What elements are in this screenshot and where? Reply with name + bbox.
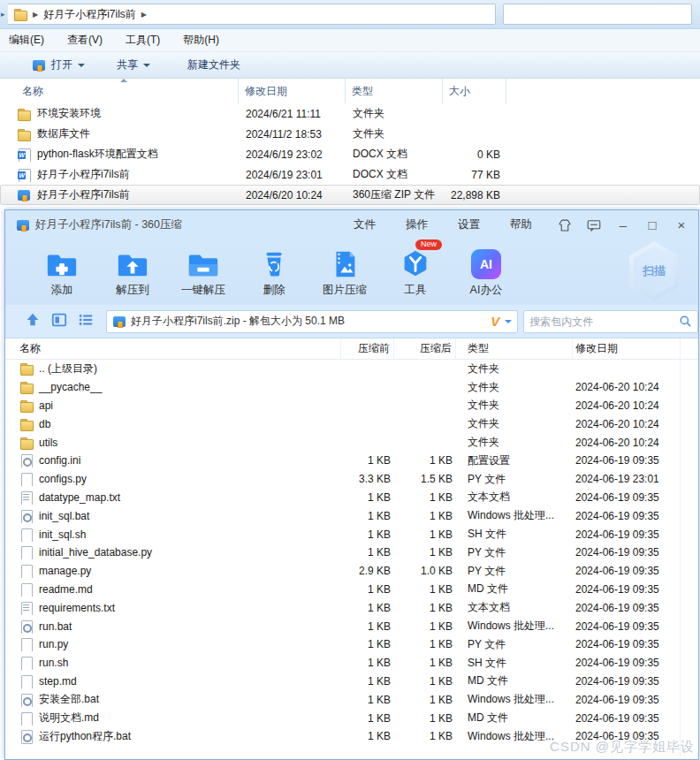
explorer-file-row[interactable]: 好月子小程序i7ils前 2024/6/19 23:01 DOCX 文档 77 … <box>0 164 700 185</box>
archive-file-row[interactable]: 安装全部.bat 1 KB 1 KB Windows 批处理... 2024-0… <box>5 690 698 709</box>
archive-file-row[interactable]: utils 文件夹 2024-06-20 10:24 <box>5 433 698 452</box>
image-file-icon <box>327 247 362 282</box>
archive-path-text: 好月子小程序i7ils前.zip - 解包大小为 50.1 MB <box>131 314 487 329</box>
menu-help[interactable]: 帮助 <box>510 217 532 232</box>
size-after: 1 KB <box>394 694 456 706</box>
extract-to-button[interactable]: 解压到 <box>101 239 164 298</box>
explorer-file-row[interactable]: 好月子小程序i7ils前 2024/6/20 10:24 360压缩 ZIP 文… <box>0 185 700 205</box>
size-before: 1 KB <box>341 657 394 669</box>
share-button-label: 共享 <box>117 57 138 72</box>
open-button[interactable]: 打开 <box>25 54 92 76</box>
explorer-search-input[interactable] <box>503 4 692 25</box>
column-header-date[interactable]: 修改日期 <box>573 338 700 359</box>
chevron-down-icon[interactable] <box>505 320 512 323</box>
explorer-window: ▸ ▶ 好月子小程序i7ils前 ▶ 编辑(E) 查看(V) 工具(T) 帮助(… <box>0 0 700 209</box>
archive-file-row[interactable]: step.md 1 KB 1 KB MD 文件 2024-06-19 09:35 <box>5 673 698 691</box>
close-button[interactable]: × <box>673 217 689 233</box>
file-type: 360压缩 ZIP 文件 <box>346 187 444 202</box>
file-type: PY 文件 <box>456 637 573 652</box>
archive-search-box[interactable] <box>523 310 698 333</box>
archive-file-row[interactable]: 说明文档.md 1 KB 1 KB MD 文件 2024-06-19 09:35 <box>5 709 698 727</box>
explorer-file-row[interactable]: python-flask环境配置文档 2024/6/19 23:02 DOCX … <box>0 144 700 164</box>
file-name: initial_hive_database.py <box>39 546 152 559</box>
column-header-type[interactable]: 类型 <box>346 79 443 103</box>
archive-file-row[interactable]: init_sql.bat 1 KB 1 KB Windows 批处理... 20… <box>5 506 698 525</box>
archive-file-row[interactable]: readme.md 1 KB 1 KB MD 文件 2024-06-19 09:… <box>5 581 698 599</box>
one-key-extract-button[interactable]: 一键解压 <box>171 239 235 298</box>
archive-file-row[interactable]: __pycache__ 文件夹 2024-06-20 10:24 <box>5 378 698 397</box>
menu-view[interactable]: 查看(V) <box>60 30 110 50</box>
explorer-file-row[interactable]: 环境安装环境 2024/6/21 11:11 文件夹 <box>0 103 700 124</box>
archive-file-row[interactable]: requirements.txt 1 KB 1 KB 文本文档 2024-06-… <box>5 598 698 617</box>
file-type-icon <box>19 619 34 634</box>
size-after: 1 KB <box>394 730 456 742</box>
size-before: 1 KB <box>341 546 394 559</box>
image-compress-button[interactable]: 图片压缩 <box>313 239 377 298</box>
size-after: 1 KB <box>394 675 456 688</box>
360zip-address-bar: 好月子小程序i7ils前.zip - 解包大小为 50.1 MB V <box>5 305 698 338</box>
file-type-icon <box>19 417 34 431</box>
size-after: 1 KB <box>394 491 456 504</box>
share-button[interactable]: 共享 <box>110 54 157 76</box>
size-before: 1 KB <box>341 583 394 596</box>
archive-file-row[interactable]: run.bat 1 KB 1 KB Windows 批处理... 2024-06… <box>5 617 698 635</box>
back-arrow-icon[interactable]: ▸ <box>1 10 8 19</box>
column-header-type[interactable]: 类型 <box>456 338 573 359</box>
watermark: CSDN @见字学姐毕设 <box>550 739 695 756</box>
archive-file-row[interactable]: .. (上级目录) 文件夹 <box>5 360 698 378</box>
ai-office-button[interactable]: AI AI办公 <box>454 239 518 298</box>
archive-file-list: 名称 压缩前 压缩后 类型 修改日期 .. (上级目录) 文件夹 <box>5 338 698 757</box>
one-key-extract-label: 一键解压 <box>181 283 225 298</box>
file-date: 2024-06-19 09:35 <box>573 546 700 559</box>
column-header-after[interactable]: 压缩后 <box>394 338 456 359</box>
add-button[interactable]: 添加 <box>30 239 94 298</box>
maximize-button[interactable]: □ <box>644 217 660 233</box>
file-type-icon <box>19 453 34 467</box>
new-folder-button[interactable]: 新建文件夹 <box>180 54 247 76</box>
size-before: 1 KB <box>341 730 394 742</box>
archive-file-row[interactable]: manage.py 2.9 KB 1.0 KB PY 文件 2024-06-19… <box>5 562 698 581</box>
column-header-before[interactable]: 压缩前 <box>341 338 394 359</box>
size-before: 3.3 KB <box>341 473 394 485</box>
up-level-icon[interactable] <box>25 312 41 331</box>
archive-file-row[interactable]: initial_hive_database.py 1 KB 1 KB PY 文件… <box>5 543 698 562</box>
archive-file-row[interactable]: db 文件夹 2024-06-20 10:24 <box>5 414 698 433</box>
archive-path-box[interactable]: 好月子小程序i7ils前.zip - 解包大小为 50.1 MB V <box>106 310 518 333</box>
column-header-size[interactable]: 大小 <box>443 79 506 103</box>
file-name: python-flask环境配置文档 <box>37 147 158 162</box>
size-before: 1 KB <box>341 620 394 633</box>
scan-button[interactable]: 扫描 <box>629 241 679 301</box>
explorer-file-row[interactable]: 数据库文件 2024/11/2 18:53 文件夹 <box>0 124 700 144</box>
archive-file-row[interactable]: run.sh 1 KB 1 KB SH 文件 2024-06-19 09:35 <box>5 654 698 673</box>
column-header-name[interactable]: 名称 <box>19 338 341 359</box>
archive-file-row[interactable]: api 文件夹 2024-06-20 10:24 <box>5 397 698 415</box>
file-name: 好月子小程序i7ils前 <box>37 167 130 182</box>
feedback-icon[interactable] <box>586 217 602 233</box>
archive-file-row[interactable]: run.py 1 KB 1 KB PY 文件 2024-06-19 09:35 <box>5 635 698 654</box>
size-after: 1 KB <box>394 528 456 541</box>
tools-button[interactable]: New 工具 <box>384 239 447 298</box>
archive-search-input[interactable] <box>529 315 679 328</box>
menu-edit[interactable]: 编辑(E) <box>2 30 51 50</box>
archive-file-row[interactable]: datatype_map.txt 1 KB 1 KB 文本文档 2024-06-… <box>5 489 698 507</box>
preview-view-icon[interactable] <box>51 312 67 331</box>
column-header-date[interactable]: 修改日期 <box>239 79 346 103</box>
delete-button[interactable]: 删除 <box>242 239 306 298</box>
column-header-name[interactable]: 名称 <box>16 79 239 103</box>
archive-file-row[interactable]: config.ini 1 KB 1 KB 配置设置 2024-06-19 09:… <box>5 452 698 470</box>
archive-file-row[interactable]: configs.py 3.3 KB 1.5 KB PY 文件 2024-06-1… <box>5 470 698 489</box>
archive-file-row[interactable]: init_sql.sh 1 KB 1 KB SH 文件 2024-06-19 0… <box>5 525 698 543</box>
new-folder-label: 新建文件夹 <box>187 57 240 72</box>
skin-icon[interactable] <box>557 217 573 233</box>
chevron-down-icon <box>143 64 150 67</box>
menu-tools[interactable]: 工具(T) <box>118 30 167 50</box>
breadcrumb[interactable]: ▶ 好月子小程序i7ils前 ▶ <box>8 4 496 25</box>
list-view-icon[interactable] <box>78 312 94 331</box>
minimize-button[interactable]: – <box>615 217 631 233</box>
menu-action[interactable]: 操作 <box>406 217 428 232</box>
menu-file[interactable]: 文件 <box>354 217 376 232</box>
file-name: api <box>39 399 53 412</box>
menu-settings[interactable]: 设置 <box>458 217 480 232</box>
app-zip-icon <box>16 218 30 232</box>
menu-help[interactable]: 帮助(H) <box>176 30 226 50</box>
